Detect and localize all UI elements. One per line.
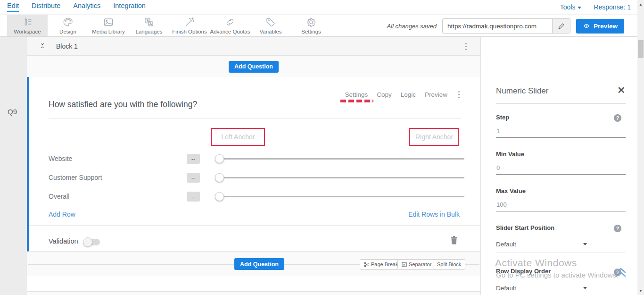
min-value-label: Min Value bbox=[496, 151, 524, 158]
right-anchor-input[interactable] bbox=[413, 133, 456, 141]
settings-icon bbox=[305, 17, 317, 28]
chevron-down-icon bbox=[583, 287, 587, 289]
add-question-button-bottom[interactable]: Add Question bbox=[234, 258, 284, 270]
chevron-down-icon bbox=[583, 243, 587, 245]
scrollbar-thumb[interactable] bbox=[638, 40, 644, 58]
edit-rows-in-bulk-link[interactable]: Edit Rows in Bulk bbox=[408, 211, 460, 218]
page-scrollbar[interactable]: ▲ ▼ bbox=[637, 0, 644, 295]
toolbar-item-finish-options[interactable]: Finish Options bbox=[169, 15, 210, 36]
step-input[interactable] bbox=[496, 127, 626, 138]
row-value-chip: -- bbox=[187, 154, 200, 164]
selected-option: Default bbox=[496, 241, 516, 248]
question-menu-button[interactable] bbox=[456, 89, 462, 100]
toolbar-item-label: Media Library bbox=[92, 29, 125, 34]
toolbar-item-label: Workspace bbox=[14, 29, 41, 34]
help-icon[interactable]: ? bbox=[614, 114, 621, 122]
nav-tab-edit[interactable]: Edit bbox=[7, 2, 19, 12]
toolbar-item-label: Languages bbox=[136, 29, 163, 34]
help-icon[interactable]: ? bbox=[614, 225, 621, 232]
toolbar-item-label: Design bbox=[59, 29, 76, 34]
pencil-icon bbox=[558, 23, 565, 30]
workspace-icon bbox=[22, 17, 33, 28]
add-question-button-top[interactable]: Add Question bbox=[229, 61, 279, 73]
toolbar-item-design[interactable]: Design bbox=[48, 15, 88, 36]
block-header: Block 1 bbox=[27, 37, 480, 56]
question-settings-panel: Numeric Slider ✕ Step ? Min Value Max Va… bbox=[481, 37, 637, 295]
row-label-customer-support[interactable]: Customer Support bbox=[49, 174, 102, 181]
left-anchor-input[interactable] bbox=[215, 133, 262, 141]
max-value-label: Max Value bbox=[496, 187, 526, 194]
eye-icon bbox=[583, 23, 590, 29]
questionpro-editor: Edit Distribute Analytics Integration To… bbox=[0, 0, 644, 295]
survey-url-group bbox=[442, 18, 570, 34]
preview-button[interactable]: Preview bbox=[576, 19, 624, 34]
toolbar-item-workspace[interactable]: Workspace bbox=[7, 15, 48, 36]
nav-tab-analytics[interactable]: Analytics bbox=[73, 2, 100, 12]
survey-url-input[interactable] bbox=[443, 19, 552, 33]
chevron-down-icon bbox=[578, 7, 581, 9]
question-logic-link[interactable]: Logic bbox=[401, 91, 416, 98]
row-display-order-select[interactable]: Default bbox=[496, 285, 626, 295]
step-label: Step bbox=[496, 114, 509, 121]
scrollbar-down-arrow[interactable]: ▼ bbox=[637, 287, 644, 294]
scissors-icon bbox=[364, 262, 369, 267]
left-anchor-annotation-box bbox=[211, 128, 265, 146]
tools-menu[interactable]: Tools bbox=[560, 3, 582, 11]
block-title[interactable]: Block 1 bbox=[56, 42, 78, 50]
slider-start-position-select[interactable]: Default bbox=[496, 241, 626, 253]
question-preview-link[interactable]: Preview bbox=[425, 91, 447, 98]
separator-button[interactable]: Separator bbox=[397, 259, 436, 270]
survey-canvas: Block 1 Add Question Settings Copy Logic… bbox=[27, 37, 481, 295]
close-icon[interactable]: ✕ bbox=[617, 85, 625, 95]
validation-toggle[interactable] bbox=[84, 239, 100, 245]
block-menu-button[interactable] bbox=[463, 41, 469, 52]
row-label-website[interactable]: Website bbox=[49, 155, 72, 162]
question-card[interactable]: Settings Copy Logic Preview How satisfie… bbox=[27, 77, 480, 252]
slider-handle[interactable] bbox=[215, 173, 224, 182]
finish-options-icon bbox=[184, 17, 195, 28]
slider-start-position-label: Slider Start Position bbox=[496, 224, 554, 231]
tools-label: Tools bbox=[560, 3, 576, 11]
toolbar-item-settings[interactable]: Settings bbox=[291, 15, 331, 36]
row-value-chip: -- bbox=[187, 173, 200, 183]
nav-tab-distribute[interactable]: Distribute bbox=[32, 2, 60, 12]
toolbar-item-languages[interactable]: Languages bbox=[129, 15, 169, 36]
page-break-button[interactable]: Page Break bbox=[360, 259, 402, 270]
slider-track bbox=[217, 158, 464, 160]
slider-track bbox=[217, 177, 464, 178]
add-question-strip-top: Add Question bbox=[27, 56, 480, 77]
slider-handle[interactable] bbox=[215, 154, 224, 163]
edit-url-button[interactable] bbox=[552, 19, 570, 33]
trash-icon bbox=[450, 236, 458, 244]
languages-icon bbox=[143, 17, 155, 28]
collapse-block-button[interactable] bbox=[39, 42, 48, 51]
min-value-input[interactable] bbox=[496, 164, 626, 175]
question-number-gutter bbox=[0, 37, 27, 295]
slider-handle[interactable] bbox=[215, 192, 224, 201]
max-value-input[interactable] bbox=[496, 201, 626, 211]
settings-panel-divider bbox=[496, 103, 626, 104]
question-settings-link[interactable]: Settings bbox=[345, 91, 368, 98]
scroll-to-top-button[interactable] bbox=[614, 267, 627, 280]
nav-tab-integration[interactable]: Integration bbox=[113, 2, 146, 12]
split-block-button[interactable]: Split Block bbox=[433, 259, 465, 270]
toolbar-item-advance-quotas[interactable]: Advance Quotas bbox=[210, 15, 250, 36]
delete-question-button[interactable] bbox=[450, 236, 458, 244]
editor-toolbar: Workspace Design Media Library Languages… bbox=[0, 14, 637, 37]
toolbar-item-label: Settings bbox=[301, 29, 321, 34]
validation-divider bbox=[29, 225, 480, 226]
checkbox-icon bbox=[402, 262, 407, 267]
scrollbar-up-arrow[interactable]: ▲ bbox=[637, 1, 644, 8]
split-block-label: Split Block bbox=[437, 261, 461, 267]
toggle-knob bbox=[83, 237, 92, 247]
add-row-link[interactable]: Add Row bbox=[49, 211, 75, 218]
question-text[interactable]: How satisfied are you with the following… bbox=[49, 100, 197, 110]
next-block-area bbox=[27, 276, 480, 292]
question-copy-link[interactable]: Copy bbox=[377, 91, 392, 98]
top-nav: Edit Distribute Analytics Integration To… bbox=[0, 0, 644, 14]
response-count[interactable]: Response: 1 bbox=[594, 3, 631, 11]
toolbar-item-variables[interactable]: Variables bbox=[250, 15, 291, 36]
toolbar-item-media-library[interactable]: Media Library bbox=[88, 15, 129, 36]
row-label-overall[interactable]: Overall bbox=[49, 193, 69, 200]
question-number: Q9 bbox=[8, 108, 17, 116]
